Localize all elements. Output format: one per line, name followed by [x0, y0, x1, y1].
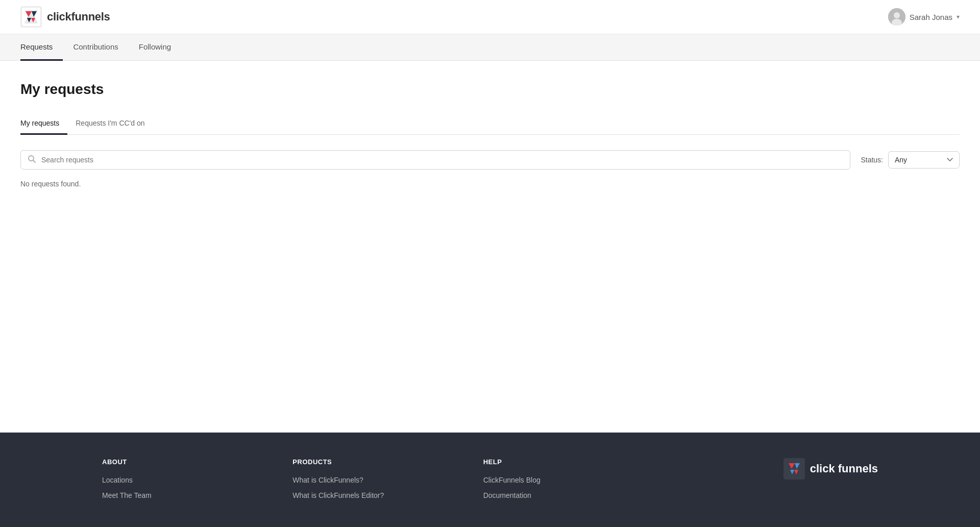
status-label: Status: — [861, 156, 883, 164]
status-filter: Status: Any Open Closed Pending — [861, 151, 960, 169]
footer-help-title: HELP — [483, 458, 653, 466]
footer-logo-icon — [783, 458, 805, 480]
footer-link-locations[interactable]: Locations — [102, 476, 272, 484]
footer-link-what-is-cf[interactable]: What is ClickFunnels? — [292, 476, 462, 484]
sub-tab-ccd-on[interactable]: Requests I'm CC'd on — [67, 113, 153, 135]
svg-line-11 — [33, 160, 35, 162]
footer-logo-text: click funnels — [810, 462, 878, 475]
site-header: clickfunnels Sarah Jonas ▾ — [0, 0, 980, 34]
tab-requests[interactable]: Requests — [20, 34, 63, 61]
footer-link-what-is-cf-editor[interactable]: What is ClickFunnels Editor? — [292, 491, 462, 499]
footer-grid: ABOUT Locations Meet The Team PRODUCTS W… — [102, 458, 878, 507]
svg-rect-12 — [783, 458, 805, 480]
empty-message: No requests found. — [20, 180, 960, 188]
tab-following[interactable]: Following — [129, 34, 181, 61]
footer-products-title: PRODUCTS — [292, 458, 462, 466]
chevron-down-icon: ▾ — [957, 13, 960, 20]
footer-column-about: ABOUT Locations Meet The Team — [102, 458, 272, 507]
logo-text: clickfunnels — [47, 10, 110, 23]
page-title: My requests — [20, 81, 960, 98]
search-input[interactable] — [20, 150, 850, 170]
footer-logo: click funnels — [674, 458, 878, 480]
status-select[interactable]: Any Open Closed Pending — [888, 151, 960, 169]
main-content: My requests My requests Requests I'm CC'… — [0, 61, 980, 433]
search-icon — [28, 155, 36, 165]
logo-link[interactable]: clickfunnels — [20, 6, 110, 28]
clickfunnels-logo-icon — [20, 6, 42, 28]
sub-tabs: My requests Requests I'm CC'd on — [20, 113, 960, 135]
main-nav: Requests Contributions Following — [0, 34, 980, 61]
footer-link-blog[interactable]: ClickFunnels Blog — [483, 476, 653, 484]
footer-link-documentation[interactable]: Documentation — [483, 491, 653, 499]
user-name: Sarah Jonas — [910, 13, 952, 21]
sub-tab-my-requests[interactable]: My requests — [20, 113, 67, 135]
user-menu[interactable]: Sarah Jonas ▾ — [888, 8, 960, 26]
footer-column-help: HELP ClickFunnels Blog Documentation — [483, 458, 653, 507]
avatar — [888, 8, 905, 26]
search-filter-row: Status: Any Open Closed Pending — [20, 150, 960, 170]
footer-link-meet-the-team[interactable]: Meet The Team — [102, 491, 272, 499]
svg-point-8 — [894, 12, 900, 18]
search-container — [20, 150, 850, 170]
tab-contributions[interactable]: Contributions — [63, 34, 128, 61]
footer-about-title: ABOUT — [102, 458, 272, 466]
footer-column-products: PRODUCTS What is ClickFunnels? What is C… — [292, 458, 462, 507]
site-footer: ABOUT Locations Meet The Team PRODUCTS W… — [0, 433, 980, 527]
